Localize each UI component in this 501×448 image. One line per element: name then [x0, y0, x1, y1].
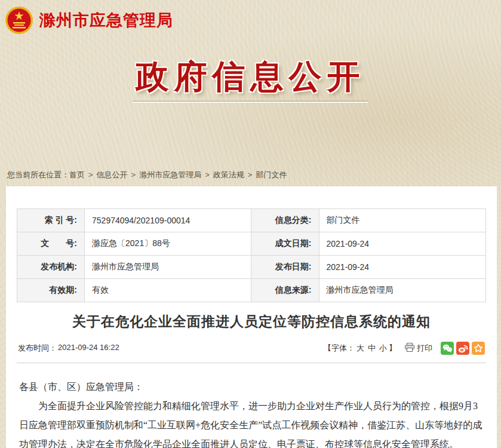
breadcrumb: 您当前所在位置：首页>信息公开>滁州市应急管理局>政策法规>部门文件	[7, 170, 501, 180]
validity-label: 有效期:	[17, 279, 85, 302]
breadcrumb-separator: >	[88, 170, 93, 179]
page: 滁州市应急管理局 政府信息公开 您当前所在位置：首页>信息公开>滁州市应急管理局…	[0, 0, 501, 448]
site-header[interactable]: 滁州市应急管理局	[0, 0, 501, 36]
banner-underline	[133, 102, 368, 103]
content-panel: 索 引 号: 752974094/202109-00014 信息分类: 部门文件…	[6, 186, 497, 448]
publish-time-value: 2021-09-24 16:22	[58, 343, 119, 354]
article-meta-row: 发布时间： 2021-09-24 16:22 【字体： 大 中 小 】	[17, 342, 486, 355]
info-category-value: 部门文件	[319, 209, 485, 232]
written-date-label: 成文日期:	[251, 232, 319, 256]
info-source-label: 信息来源:	[251, 279, 319, 302]
doc-number-label: 文 号:	[17, 232, 85, 256]
banner: 政府信息公开	[0, 55, 501, 103]
font-size-small-button[interactable]: 小	[379, 343, 387, 354]
breadcrumb-separator: >	[248, 170, 253, 179]
national-emblem-icon	[5, 6, 33, 35]
font-widget-open: 【字体：	[324, 343, 355, 354]
table-row: 发布机构: 滁州市应急管理局 发布日期: 2021-09-24	[17, 256, 486, 279]
table-row: 有效期: 有效 信息来源: 滁州市应急管理局	[17, 279, 486, 302]
print-label: 打印	[417, 343, 432, 354]
font-size-large-button[interactable]: 大	[356, 343, 364, 354]
font-widget-close: 】	[389, 343, 397, 354]
breadcrumb-separator: >	[205, 170, 210, 179]
issuing-agency-label: 发布机构:	[17, 256, 85, 279]
printer-icon	[405, 343, 414, 354]
doc-number-value: 滁应急〔2021〕88号	[85, 232, 251, 256]
banner-title: 政府信息公开	[136, 55, 365, 99]
article-tools: 【字体： 大 中 小 】 打印	[324, 342, 485, 355]
publish-date-value: 2021-09-24	[319, 256, 485, 279]
table-row: 索 引 号: 752974094/202109-00014 信息分类: 部门文件	[17, 209, 486, 232]
publish-time-label: 发布时间：	[18, 343, 57, 354]
body-paragraph: 为全面提升企业风险管控能力和精细化管理水平，进一步助力企业对生产作业人员行为的管…	[19, 397, 484, 448]
table-row: 文 号: 滁应急〔2021〕88号 成文日期: 2021-09-24	[17, 232, 486, 256]
font-size-medium-button[interactable]: 中	[368, 343, 376, 354]
breadcrumb-item-info-disclosure[interactable]: 信息公开	[97, 170, 128, 179]
salutation-paragraph: 各县（市、区）应急管理局：	[19, 378, 484, 397]
share-icons	[441, 342, 485, 355]
favorite-star-icon[interactable]	[472, 342, 485, 355]
breadcrumb-item-bureau[interactable]: 滁州市应急管理局	[139, 170, 201, 179]
page-title: 关于在危化企业全面推进人员定位等防控信息系统的通知	[17, 312, 486, 331]
info-source-value: 滁州市应急管理局	[319, 279, 485, 302]
index-number-value: 752974094/202109-00014	[85, 209, 251, 232]
breadcrumb-prefix: 您当前所在位置：	[7, 170, 69, 179]
meta-divider	[17, 363, 486, 363]
issuing-agency-value: 滁州市应急管理局	[85, 256, 251, 279]
validity-value: 有效	[85, 279, 251, 302]
print-button[interactable]: 打印	[405, 343, 432, 354]
document-info-table: 索 引 号: 752974094/202109-00014 信息分类: 部门文件…	[17, 208, 486, 302]
breadcrumb-separator: >	[131, 170, 136, 179]
article-body: 各县（市、区）应急管理局： 为全面提升企业风险管控能力和精细化管理水平，进一步助…	[17, 378, 486, 448]
wechat-share-icon[interactable]	[441, 342, 454, 355]
breadcrumb-item-policy[interactable]: 政策法规	[213, 170, 244, 179]
breadcrumb-item-dept-docs[interactable]: 部门文件	[256, 170, 287, 179]
weibo-share-icon[interactable]	[456, 342, 469, 355]
publish-time: 发布时间： 2021-09-24 16:22	[18, 343, 119, 354]
breadcrumb-item-home[interactable]: 首页	[69, 170, 85, 179]
written-date-value: 2021-09-24	[319, 232, 485, 256]
font-size-widget: 【字体： 大 中 小 】	[324, 343, 397, 354]
index-number-label: 索 引 号:	[17, 209, 85, 232]
site-title: 滁州市应急管理局	[39, 10, 173, 31]
publish-date-label: 发布日期:	[251, 256, 319, 279]
info-category-label: 信息分类:	[251, 209, 319, 232]
